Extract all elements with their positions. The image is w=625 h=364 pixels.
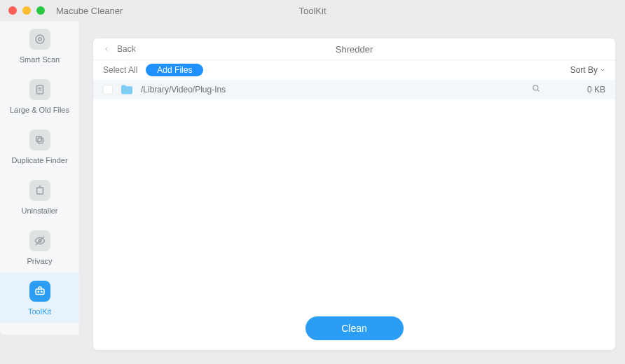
copy-icon <box>29 130 50 150</box>
chevron-left-icon <box>103 43 110 55</box>
svg-rect-7 <box>36 188 43 194</box>
traffic-lights <box>8 6 45 15</box>
svg-line-16 <box>537 90 540 92</box>
svg-point-15 <box>533 85 538 90</box>
minimize-window-button[interactable] <box>22 6 31 15</box>
sidebar-item-label: Uninstaller <box>22 206 58 215</box>
main-area: Back Shredder Select All Add Files Sort … <box>79 21 625 364</box>
modal-footer: Clean <box>93 307 615 350</box>
svg-rect-12 <box>36 289 44 295</box>
modal-header: Back Shredder <box>93 38 615 60</box>
reveal-button[interactable] <box>531 83 541 96</box>
window-title: ToolKit <box>298 6 326 16</box>
sidebar-item-uninstaller[interactable]: Uninstaller <box>0 172 79 223</box>
add-files-button[interactable]: Add Files <box>146 64 203 76</box>
eye-off-icon <box>29 230 50 251</box>
sidebar-item-large-old-files[interactable]: Large & Old Files <box>0 71 79 122</box>
svg-point-14 <box>41 291 42 293</box>
titlebar: Macube Cleaner ToolKit <box>0 0 625 21</box>
back-label: Back <box>117 44 136 54</box>
file-path: /Library/Video/Plug-Ins <box>141 85 226 94</box>
sort-by-label: Sort By <box>570 65 598 75</box>
file-checkbox[interactable] <box>103 85 113 94</box>
file-row[interactable]: /Library/Video/Plug-Ins 0 KB <box>93 80 615 99</box>
file-size: 0 KB <box>587 85 605 94</box>
app-title: Macube Cleaner <box>56 6 123 16</box>
sort-by-dropdown[interactable]: Sort By <box>570 65 605 75</box>
document-icon <box>29 79 50 100</box>
trash-icon <box>29 180 50 201</box>
clean-button[interactable]: Clean <box>305 316 404 340</box>
sidebar-item-label: Duplicate Finder <box>11 156 67 164</box>
chevron-down-icon <box>600 65 605 75</box>
svg-rect-5 <box>38 138 43 144</box>
maximize-window-button[interactable] <box>36 6 45 15</box>
close-window-button[interactable] <box>8 6 17 15</box>
back-button[interactable]: Back <box>103 43 136 55</box>
svg-point-13 <box>38 291 39 293</box>
sidebar-item-label: ToolKit <box>28 307 51 316</box>
target-icon <box>29 29 50 50</box>
search-icon <box>531 83 541 95</box>
file-list: /Library/Video/Plug-Ins 0 KB <box>93 80 615 307</box>
modal-title: Shredder <box>336 44 373 55</box>
sidebar-item-smart-scan[interactable]: Smart Scan <box>0 21 79 71</box>
sidebar-item-label: Privacy <box>27 257 52 265</box>
toolbar: Select All Add Files Sort By <box>93 60 615 80</box>
select-all-button[interactable]: Select All <box>103 65 137 75</box>
sidebar-item-duplicate-finder[interactable]: Duplicate Finder <box>0 122 79 172</box>
svg-point-1 <box>38 38 41 41</box>
svg-rect-6 <box>36 136 41 142</box>
folder-icon <box>120 84 134 95</box>
sidebar: Smart Scan Large & Old Files Duplicate F… <box>0 21 79 364</box>
sidebar-item-toolkit[interactable]: ToolKit <box>0 273 79 323</box>
toolbox-icon <box>29 281 50 302</box>
shredder-panel: Back Shredder Select All Add Files Sort … <box>93 38 615 350</box>
sidebar-item-label: Smart Scan <box>20 55 60 64</box>
sidebar-item-privacy[interactable]: Privacy <box>0 223 79 273</box>
sidebar-item-label: Large & Old Files <box>10 106 69 114</box>
svg-point-0 <box>36 35 44 43</box>
